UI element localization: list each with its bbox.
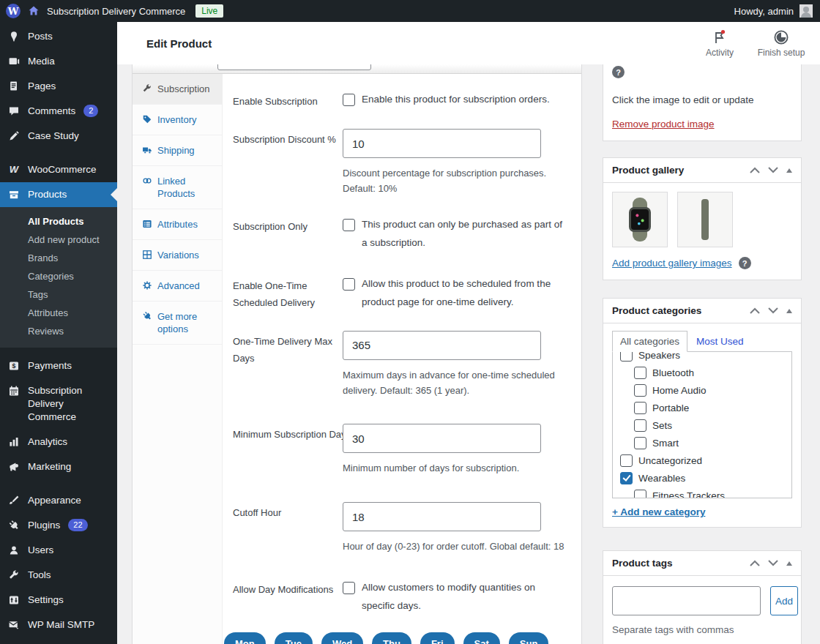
- help-icon[interactable]: ?: [612, 66, 625, 78]
- user-avatar[interactable]: [800, 4, 813, 18]
- sidebar-item-media[interactable]: Media: [0, 49, 117, 74]
- move-up-icon[interactable]: [750, 167, 760, 173]
- toggle-panel-icon[interactable]: [786, 309, 792, 313]
- tab-shipping[interactable]: Shipping: [133, 135, 222, 166]
- category-checkbox[interactable]: [620, 351, 633, 362]
- activity-button[interactable]: Activity: [691, 29, 748, 58]
- wordpress-logo-icon[interactable]: W: [6, 4, 20, 18]
- tab-inventory[interactable]: Inventory: [133, 105, 222, 135]
- category-checklist[interactable]: Speakers Bluetooth Home Audio Portable S…: [612, 351, 792, 498]
- product-gallery-header[interactable]: Product gallery: [603, 158, 801, 183]
- move-down-icon[interactable]: [768, 560, 778, 566]
- toggle-panel-icon[interactable]: [786, 168, 792, 173]
- home-icon[interactable]: [28, 5, 40, 17]
- weekday-mon-button[interactable]: Mon: [224, 632, 266, 644]
- product-tags-header[interactable]: Product tags: [603, 551, 801, 576]
- tab-most-used[interactable]: Most Used: [687, 332, 753, 351]
- payments-icon: $: [7, 359, 21, 372]
- sidebar-item-case-study[interactable]: Case Study: [0, 124, 117, 149]
- sidebar-item-settings[interactable]: Settings: [0, 588, 117, 613]
- page-header: Edit Product Activity Finish setup: [117, 22, 820, 64]
- users-icon: [7, 544, 21, 556]
- submenu-reviews[interactable]: Reviews: [0, 322, 117, 340]
- field-minimum-subscription-days: Minimum Subscription Days Minimum number…: [223, 408, 581, 486]
- remove-product-image-link[interactable]: Remove product image: [612, 119, 715, 130]
- sidebar-item-woocommerce[interactable]: W WooCommerce: [0, 157, 117, 182]
- tab-advanced[interactable]: Advanced: [133, 271, 222, 302]
- minimum-subscription-days-input[interactable]: [343, 424, 541, 453]
- sidebar-item-plugins[interactable]: Plugins 22: [0, 513, 117, 538]
- weekday-fri-button[interactable]: Fri: [420, 632, 455, 644]
- sidebar-item-tools[interactable]: Tools: [0, 563, 117, 588]
- weekday-tue-button[interactable]: Tue: [275, 632, 313, 644]
- category-checkbox[interactable]: [634, 490, 646, 499]
- tab-get-more-options[interactable]: Get more options: [133, 302, 222, 345]
- category-checkbox[interactable]: [620, 454, 633, 467]
- submenu-brands[interactable]: Brands: [0, 249, 117, 267]
- comments-icon: [7, 105, 21, 117]
- move-down-icon[interactable]: [768, 167, 778, 173]
- weekday-thu-button[interactable]: Thu: [372, 632, 411, 644]
- new-tag-input[interactable]: [612, 586, 761, 615]
- field-subscription-discount: Subscription Discount % Discount percent…: [223, 119, 581, 206]
- sidebar-item-posts[interactable]: Posts: [0, 24, 117, 49]
- category-tabs: All categories Most Used: [612, 331, 792, 351]
- submenu-add-new-product[interactable]: Add new product: [0, 231, 117, 249]
- category-checkbox[interactable]: [634, 419, 646, 432]
- tab-variations[interactable]: Variations: [133, 240, 222, 271]
- pages-icon: [7, 80, 21, 92]
- sidebar-item-marketing[interactable]: Marketing: [0, 454, 117, 479]
- tab-linked-products[interactable]: Linked Products: [133, 166, 222, 209]
- gallery-image-watch[interactable]: [612, 192, 668, 247]
- help-icon[interactable]: ?: [739, 257, 751, 269]
- one-time-max-days-input[interactable]: [343, 331, 541, 360]
- submenu-categories[interactable]: Categories: [0, 267, 117, 285]
- sidebar-item-users[interactable]: Users: [0, 538, 117, 563]
- category-checkbox[interactable]: [634, 367, 646, 379]
- weekday-wed-button[interactable]: Wed: [321, 632, 363, 644]
- submenu-attributes[interactable]: Attributes: [0, 304, 117, 322]
- subscription-only-checkbox[interactable]: [343, 219, 355, 231]
- enable-one-time-delivery-checkbox[interactable]: [343, 278, 355, 291]
- submenu-all-products[interactable]: All Products: [0, 212, 117, 231]
- toggle-panel-icon[interactable]: [786, 561, 792, 566]
- add-gallery-images-link[interactable]: Add product gallery images: [612, 258, 732, 269]
- howdy-user[interactable]: Howdy, admin: [734, 6, 794, 17]
- weekday-sat-button[interactable]: Sat: [463, 632, 500, 644]
- cutoff-hour-input[interactable]: [343, 502, 541, 531]
- move-down-icon[interactable]: [768, 307, 778, 314]
- site-name[interactable]: Subscription Delivery Commerce: [47, 6, 185, 17]
- sidebar-item-appearance[interactable]: Appearance: [0, 488, 117, 513]
- product-data-tabs: Subscription Inventory Shipping Linked P…: [133, 74, 223, 644]
- finish-setup-button[interactable]: Finish setup: [753, 29, 810, 58]
- sidebar-item-wp-mail-smtp[interactable]: WP Mail SMTP: [0, 613, 117, 637]
- category-item: Home Audio: [634, 381, 791, 399]
- sidebar-item-pages[interactable]: Pages: [0, 74, 117, 99]
- category-checkbox-checked[interactable]: [620, 472, 633, 484]
- sidebar-item-analytics[interactable]: Analytics: [0, 430, 117, 454]
- gallery-image-band[interactable]: [677, 192, 733, 247]
- sidebar-item-products[interactable]: Products: [0, 182, 117, 207]
- sidebar-item-comments[interactable]: Comments 2: [0, 99, 117, 124]
- move-up-icon[interactable]: [750, 307, 760, 314]
- product-categories-header[interactable]: Product categories: [603, 299, 801, 323]
- allow-day-modifications-checkbox[interactable]: [343, 582, 355, 594]
- appearance-icon: [7, 494, 21, 506]
- calendar-icon: [7, 384, 21, 397]
- tab-all-categories[interactable]: All categories: [612, 331, 687, 352]
- category-checkbox[interactable]: [634, 402, 646, 414]
- subscription-discount-input[interactable]: [343, 129, 541, 158]
- add-tag-button[interactable]: Add: [770, 586, 798, 615]
- move-up-icon[interactable]: [750, 560, 760, 566]
- submenu-tags[interactable]: Tags: [0, 285, 117, 304]
- sidebar-item-payments[interactable]: $ Payments: [0, 353, 117, 378]
- tab-subscription[interactable]: Subscription: [133, 74, 222, 105]
- weekday-sun-button[interactable]: Sun: [509, 632, 549, 644]
- enable-subscription-checkbox[interactable]: [343, 94, 355, 106]
- add-new-category-link[interactable]: + Add new category: [612, 506, 705, 517]
- tab-attributes[interactable]: Attributes: [133, 209, 222, 240]
- sidebar-item-subscription-delivery-commerce[interactable]: Subscription Delivery Commerce: [0, 378, 117, 430]
- category-checkbox[interactable]: [634, 384, 646, 397]
- category-item: Speakers: [620, 351, 791, 364]
- category-checkbox[interactable]: [634, 437, 646, 449]
